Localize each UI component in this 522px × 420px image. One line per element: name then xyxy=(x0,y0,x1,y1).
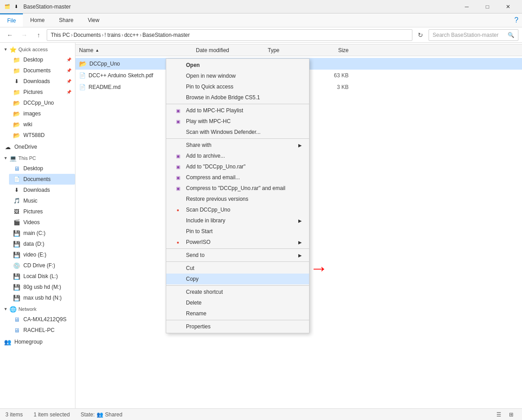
path-basestation[interactable]: BaseStation-master xyxy=(142,32,190,38)
properties-icon xyxy=(173,322,182,331)
sidebar-item-documents[interactable]: 📁 Documents 📌 xyxy=(9,65,75,76)
path-thispc[interactable]: This PC xyxy=(51,32,70,38)
details-view-button[interactable]: ☰ xyxy=(493,409,504,420)
sidebar-item-local-l[interactable]: 💾 Local Disk (L:) xyxy=(9,271,75,282)
ctx-send-to-label: Send to xyxy=(186,252,204,258)
sidebar-item-main-c[interactable]: 💾 main (C:) xyxy=(9,228,75,239)
sidebar-item-homegroup[interactable]: 👥 Homegroup xyxy=(0,336,75,347)
chevron-right-icon: ▶ xyxy=(298,218,302,223)
ctx-pin-to-start[interactable]: Pin to Start xyxy=(166,226,309,237)
network-header[interactable]: ▼ 🌐 Network xyxy=(0,304,75,314)
ctx-compress-email[interactable]: ▣ Compress and email... xyxy=(166,172,309,183)
pin-start-icon xyxy=(173,227,182,236)
large-icons-view-button[interactable]: ⊞ xyxy=(506,409,517,420)
close-button[interactable]: ✕ xyxy=(498,0,518,13)
ribbon: File Home Share View ? xyxy=(0,13,522,27)
tab-file[interactable]: File xyxy=(0,13,23,27)
ctx-cut[interactable]: Cut xyxy=(166,263,309,274)
address-path[interactable]: This PC › Documents › ! trains › dcc++ ›… xyxy=(47,29,412,41)
col-header-name[interactable]: Name ▲ xyxy=(79,47,196,53)
ctx-separator xyxy=(166,248,309,249)
ctx-scan-dccpp[interactable]: ● Scan DCCpp_Uno xyxy=(166,204,309,215)
ctx-send-to[interactable]: Send to ▶ xyxy=(166,250,309,261)
ctx-play-mpc[interactable]: ▣ Play with MPC-HC xyxy=(166,116,309,127)
ctx-delete[interactable]: Delete xyxy=(166,297,309,308)
pin-icon: 📌 xyxy=(66,68,71,73)
ctx-poweriso[interactable]: ● PowerISO ▶ xyxy=(166,237,309,248)
ctx-create-shortcut[interactable]: Create shortcut xyxy=(166,287,309,297)
sidebar-item-images[interactable]: 📂 images xyxy=(9,108,75,119)
folder-icon: 📁 xyxy=(13,66,21,75)
sidebar-item-music[interactable]: 🎵 Music xyxy=(9,195,75,206)
sidebar-item-documents-pc[interactable]: 📄 Documents xyxy=(9,174,75,185)
ctx-include-library[interactable]: Include in library ▶ xyxy=(166,215,309,226)
ctx-open-new-window[interactable]: Open in new window xyxy=(166,71,309,81)
sidebar-item-wt588d[interactable]: 📂 WT588D xyxy=(9,130,75,141)
sidebar-item-desktop[interactable]: 📁 Desktop 📌 xyxy=(9,54,75,65)
cd-icon: 💿 xyxy=(13,261,21,270)
sidebar-label-music: Music xyxy=(23,198,71,204)
path-trains[interactable]: ! trains xyxy=(104,32,120,38)
col-header-type[interactable]: Type xyxy=(268,47,313,53)
file-name: DCCpp_Uno xyxy=(89,61,120,67)
tab-home[interactable]: Home xyxy=(23,13,52,27)
sidebar-label-desktop: Desktop xyxy=(23,57,65,63)
sidebar-item-rachel-pc[interactable]: 🖥 RACHEL-PC xyxy=(9,325,75,336)
ctx-open[interactable]: Open xyxy=(166,60,309,71)
view-controls: ☰ ⊞ xyxy=(493,409,517,420)
sidebar-item-downloads[interactable]: ⬇ Downloads 📌 xyxy=(9,76,75,87)
help-button[interactable]: ? xyxy=(514,16,518,24)
sidebar-item-videos[interactable]: 🎬 Videos xyxy=(9,217,75,228)
thispc-header[interactable]: ▼ 💻 This PC xyxy=(0,153,75,163)
sidebar-item-desktop-pc[interactable]: 🖥 Desktop xyxy=(9,163,75,174)
usb-icon: 💾 xyxy=(13,294,21,302)
sidebar-label-videos: Videos xyxy=(23,219,71,225)
ctx-pin-quick-access[interactable]: Pin to Quick access xyxy=(166,81,309,92)
sidebar-item-video-e[interactable]: 💾 video (E:) xyxy=(9,249,75,260)
quick-access-header[interactable]: ▼ ⭐ Quick access xyxy=(0,44,75,54)
col-header-date[interactable]: Date modified xyxy=(196,47,268,53)
sidebar-label-local-l: Local Disk (L:) xyxy=(23,273,71,279)
search-box[interactable]: Search BaseStation-master 🔍 xyxy=(429,29,518,41)
sidebar-item-cd-f[interactable]: 💿 CD Drive (F:) xyxy=(9,260,75,271)
back-button[interactable]: ← xyxy=(4,29,16,41)
ctx-cut-label: Cut xyxy=(186,265,195,271)
col-header-size[interactable]: Size xyxy=(313,47,349,53)
minimize-button[interactable]: ─ xyxy=(456,0,477,13)
sidebar-item-downloads-pc[interactable]: ⬇ Downloads xyxy=(9,185,75,195)
ctx-compress-to-rar-email[interactable]: ▣ Compress to "DCCpp_Uno.rar" and email xyxy=(166,183,309,194)
ctx-share-with[interactable]: Share with ▶ xyxy=(166,140,309,150)
sidebar-item-data-d[interactable]: 💾 data (D:) xyxy=(9,239,75,249)
ctx-add-archive[interactable]: ▣ Add to archive... xyxy=(166,150,309,161)
sidebar-label-video-e: video (E:) xyxy=(23,252,71,258)
ctx-rename[interactable]: Rename xyxy=(166,308,309,319)
sidebar-item-usb-m[interactable]: 💾 80g usb hd (M:) xyxy=(9,282,75,292)
sidebar-label-pictures-pc: Pictures xyxy=(23,208,71,215)
refresh-button[interactable]: ↻ xyxy=(414,29,427,41)
tab-view[interactable]: View xyxy=(80,13,106,27)
sidebar-item-dccpp-uno[interactable]: 📂 DCCpp_Uno xyxy=(9,97,75,108)
sidebar-item-pictures-pc[interactable]: 🖼 Pictures xyxy=(9,206,75,217)
sidebar-item-usb-n[interactable]: 💾 max usb hd (N:) xyxy=(9,292,75,303)
ctx-copy[interactable]: Copy xyxy=(166,274,309,284)
archive-icon: ▣ xyxy=(173,151,182,160)
sidebar-item-wiki[interactable]: 📂 wiki xyxy=(9,119,75,130)
forward-button[interactable]: → xyxy=(18,29,31,41)
up-button[interactable]: ↑ xyxy=(32,29,45,41)
tab-share[interactable]: Share xyxy=(52,13,80,27)
sidebar-item-pictures[interactable]: 📁 Pictures 📌 xyxy=(9,87,75,97)
ctx-scan-defender[interactable]: Scan with Windows Defender... xyxy=(166,127,309,137)
ctx-add-mpc-playlist[interactable]: ▣ Add to MPC-HC Playlist xyxy=(166,105,309,116)
ctx-scan-defender-label: Scan with Windows Defender... xyxy=(186,129,261,135)
ctx-restore-versions[interactable]: Restore previous versions xyxy=(166,194,309,204)
sidebar-label-downloads-pc: Downloads xyxy=(23,187,71,193)
ctx-properties[interactable]: Properties xyxy=(166,321,309,332)
ctx-add-to-rar[interactable]: ▣ Add to "DCCpp_Uno.rar" xyxy=(166,161,309,172)
path-dccpp[interactable]: dcc++ xyxy=(124,32,139,38)
sidebar-item-onedrive[interactable]: ☁ OneDrive xyxy=(0,141,75,152)
path-documents[interactable]: Documents xyxy=(74,32,101,38)
maximize-button[interactable]: □ xyxy=(477,0,498,13)
sidebar-item-ca-mxl[interactable]: 🖥 CA-MXL4212Q9S xyxy=(9,314,75,325)
ctx-browse-adobe[interactable]: Browse in Adobe Bridge CS5.1 xyxy=(166,92,309,103)
window-controls[interactable]: ─ □ ✕ xyxy=(456,0,518,13)
